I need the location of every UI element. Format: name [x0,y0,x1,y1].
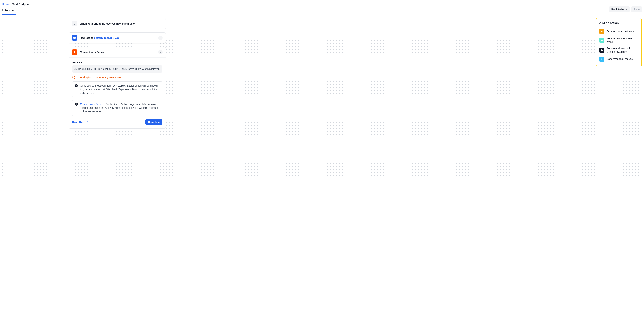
svg-point-2 [160,38,160,38]
zapier-status-text: Checking for updates every 10 minutes [77,76,122,79]
header-actions: Back to form Save [609,6,642,14]
action-label: Send an autoresponse email [607,37,638,44]
save-button: Save [631,6,642,12]
arrow-down-icon [72,21,77,26]
zapier-status-row: Checking for updates every 10 minutes [72,76,162,79]
tab-automation[interactable]: Automation [2,6,16,15]
add-action-title: Add an action [599,21,638,25]
read-docs-label: Read Docs [72,121,85,124]
svg-point-3 [160,38,161,38]
zapier-title: Connect with Zapier [80,51,156,54]
redirect-prefix: Redirect to [80,36,94,39]
tabs: Automation [2,6,20,15]
api-key-input[interactable] [72,65,162,73]
breadcrumb-current: Test Endpoint [12,2,30,6]
flow-column: When your endpoint receives new submissi… [69,18,166,128]
zapier-close-button[interactable] [158,50,163,54]
webhook-icon [599,56,604,62]
back-to-form-button[interactable]: Back to form [609,6,630,12]
connect-with-zapier-link[interactable]: Connect with Zapier... [80,103,105,106]
read-docs-link[interactable]: Read Docs [72,121,89,124]
trigger-card: When your endpoint receives new submissi… [69,18,166,29]
info-icon: i [75,103,78,106]
action-label: Send Webhook request [607,57,634,61]
action-recaptcha[interactable]: Secure endpoint with Google reCaptcha [599,45,638,55]
redirect-title: Redirect to getform.io/thank-you [80,36,156,39]
zapier-icon [72,49,77,55]
zapier-body: API Key Checking for updates every 10 mi… [69,57,166,116]
info-icon: i [75,84,78,87]
api-key-label: API Key [72,61,162,64]
complete-button[interactable]: Complete [146,119,162,125]
breadcrumb-home-link[interactable]: Home [2,2,10,6]
topbar: Home / Test Endpoint [0,0,644,6]
zapier-info-2-text: Connect with Zapier... On the Zapier's Z… [80,102,160,113]
action-autoresponse-email[interactable]: Send an autoresponse email [599,35,638,45]
breadcrumb: Home / Test Endpoint [2,2,642,6]
arrow-right-circle-icon [72,35,77,41]
zapier-info-1-text: Once you connect your form with Zapier, … [80,84,160,95]
reply-icon [599,38,604,43]
redirect-url-link[interactable]: getform.io/thank-you [94,36,120,39]
redirect-card: Redirect to getform.io/thank-you [69,32,166,43]
zapier-card-footer: Read Docs Complete [69,116,166,128]
loading-spinner-icon [72,76,75,79]
action-webhook[interactable]: Send Webhook request [599,55,638,63]
svg-point-4 [161,38,161,38]
close-icon [159,51,162,53]
add-action-panel: Add an action Send an email notification… [596,18,642,66]
external-link-icon [86,121,89,123]
zapier-card: Connect with Zapier API Key Checking for… [69,47,166,128]
automation-canvas: When your endpoint receives new submissi… [0,15,644,180]
trigger-title: When your endpoint receives new submissi… [80,22,163,25]
ellipsis-icon [159,37,162,39]
zapier-info-box-2: i Connect with Zapier... On the Zapier's… [72,100,162,116]
header-row: Automation Back to form Save [0,6,644,15]
action-email-notification[interactable]: Send an email notification [599,27,638,35]
send-icon [599,29,604,34]
lock-icon [599,48,604,53]
action-label: Send an email notification [607,30,636,33]
redirect-more-button[interactable] [158,36,163,40]
breadcrumb-separator: / [10,2,11,6]
zapier-info-box-1: i Once you connect your form with Zapier… [72,81,162,97]
action-label: Secure endpoint with Google reCaptcha [607,47,638,54]
